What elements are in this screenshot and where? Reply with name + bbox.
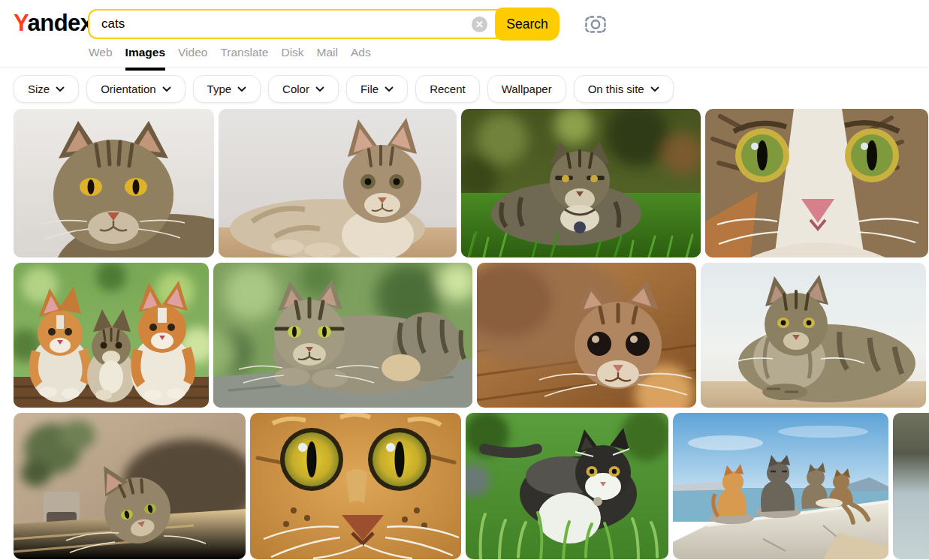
image-results-grid <box>14 109 929 560</box>
tab-images[interactable]: Images <box>125 46 165 71</box>
image-result[interactable] <box>14 263 209 408</box>
image-result[interactable] <box>250 413 461 559</box>
filter-size-label: Size <box>28 83 50 95</box>
chevron-down-icon <box>385 86 394 92</box>
clear-icon[interactable]: ✕ <box>472 17 487 32</box>
filter-recent[interactable]: Recent <box>415 75 480 103</box>
tab-mail[interactable]: Mail <box>317 46 338 71</box>
tab-disk[interactable]: Disk <box>281 46 303 71</box>
filter-on-this-site-label: On this site <box>588 83 644 95</box>
search-form: ✕ Search <box>88 8 560 41</box>
results-row-2 <box>14 263 929 408</box>
tab-web[interactable]: Web <box>89 46 113 71</box>
image-search-camera-icon[interactable] <box>583 12 608 36</box>
service-tabs: Web Images Video Translate Disk Mail Ads <box>89 46 371 71</box>
image-result[interactable] <box>213 263 472 408</box>
filter-wallpaper[interactable]: Wallpaper <box>487 75 566 103</box>
image-result[interactable] <box>673 413 888 559</box>
image-result[interactable] <box>219 109 457 257</box>
results-row-3 <box>14 413 929 559</box>
tab-video[interactable]: Video <box>178 46 207 71</box>
filter-recent-label: Recent <box>430 83 466 95</box>
filter-file-label: File <box>360 83 379 95</box>
filter-on-this-site[interactable]: On this site <box>574 75 674 103</box>
filter-type-label: Type <box>207 83 232 95</box>
tab-ads[interactable]: Ads <box>351 46 371 71</box>
logo-rest: andex <box>27 10 92 36</box>
chevron-down-icon <box>315 86 324 92</box>
filter-type[interactable]: Type <box>193 75 261 103</box>
filter-file[interactable]: File <box>346 75 408 103</box>
filter-orientation-label: Orientation <box>101 83 155 95</box>
header: Yandex ✕ Search Web Images Video Transla… <box>0 0 929 68</box>
logo-letter-y: Y <box>14 10 27 36</box>
chevron-down-icon <box>237 86 246 92</box>
filter-color[interactable]: Color <box>268 75 339 103</box>
filter-orientation[interactable]: Orientation <box>86 75 185 103</box>
image-result[interactable] <box>14 413 246 559</box>
image-result[interactable] <box>701 263 926 408</box>
search-button[interactable]: Search <box>495 8 560 41</box>
image-result[interactable] <box>893 413 929 559</box>
image-result[interactable] <box>466 413 668 559</box>
search-input[interactable] <box>88 9 498 39</box>
chevron-down-icon <box>650 86 659 92</box>
filter-wallpaper-label: Wallpaper <box>502 83 552 95</box>
filter-color-label: Color <box>282 83 309 95</box>
image-result[interactable] <box>477 263 696 408</box>
results-row-1 <box>14 109 929 257</box>
chevron-down-icon <box>56 86 65 92</box>
filter-bar: Size Orientation Type Color File Recent … <box>14 75 674 103</box>
chevron-down-icon <box>162 86 171 92</box>
yandex-logo[interactable]: Yandex <box>14 10 93 37</box>
tab-translate[interactable]: Translate <box>220 46 268 71</box>
image-result[interactable] <box>14 109 214 257</box>
image-result[interactable] <box>461 109 701 257</box>
image-result[interactable] <box>705 109 928 257</box>
filter-size[interactable]: Size <box>14 75 79 103</box>
